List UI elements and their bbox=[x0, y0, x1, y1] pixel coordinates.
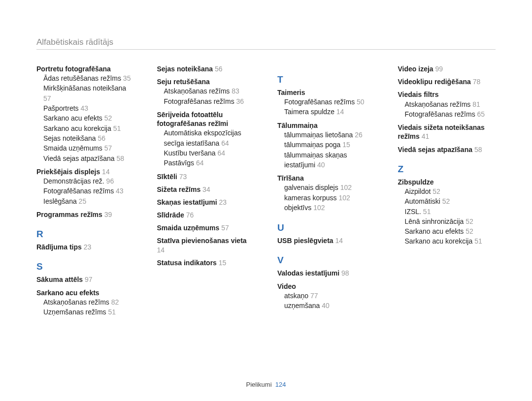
index-subentry[interactable]: Lēnā sinhronizācija 52 bbox=[398, 216, 496, 226]
index-entry-head[interactable]: Tālummaiņa bbox=[277, 121, 375, 130]
index-subentry-page: 65 bbox=[477, 110, 485, 118]
index-entry-title: Viedais sižeta noteikšanas režīms bbox=[398, 123, 485, 140]
index-subentry[interactable]: Sarkano acu efekts 52 bbox=[36, 113, 134, 123]
index-entry-head[interactable]: Viedā sejas atpazīšana 58 bbox=[398, 145, 496, 154]
index-subentry[interactable]: Fotografēšanas režīms 50 bbox=[277, 97, 375, 107]
index-subentry[interactable]: Atskaņošanas režīms 82 bbox=[36, 297, 134, 307]
index-entry-head[interactable]: Slīdrāde 76 bbox=[157, 211, 255, 219]
index-subentry[interactable]: IZSL. 51 bbox=[398, 207, 496, 216]
index-entry-head[interactable]: Tīrīšana bbox=[277, 174, 375, 183]
index-entry-title: Sīktēli bbox=[157, 173, 177, 181]
index-entry-title: Viedā sejas atpazīšana bbox=[398, 146, 473, 154]
index-entry-head[interactable]: Seju retušēšana bbox=[157, 77, 255, 86]
index-subentry[interactable]: Sarkano acu korekcija 51 bbox=[398, 236, 496, 246]
index-entry-title: Videoklipu rediģēšana bbox=[398, 78, 471, 86]
index-entry-page: 56 bbox=[215, 65, 223, 73]
index-subentry-page: 36 bbox=[236, 97, 244, 105]
index-entry-head[interactable]: Viedais sižeta noteikšanas režīms 41 bbox=[398, 123, 496, 141]
index-entry-head[interactable]: Skaņas iestatījumi 23 bbox=[157, 198, 255, 207]
index-subentry[interactable]: Demonstrācijas rež. 96 bbox=[36, 176, 134, 186]
index-subentry[interactable]: galvenais displejs 102 bbox=[277, 183, 375, 192]
index-subentry[interactable]: Mirkšķināšanas noteikšana 57 bbox=[36, 83, 134, 103]
index-subentry-page: 25 bbox=[79, 197, 87, 205]
index-subentry[interactable]: Atskaņošanas režīms 81 bbox=[398, 99, 496, 109]
index-subentry[interactable]: Fotografēšanas režīms 65 bbox=[398, 109, 496, 119]
index-entry-head[interactable]: Rādījuma tips 23 bbox=[36, 243, 134, 251]
index-subentry[interactable]: Fotografēšanas režīms 36 bbox=[157, 96, 255, 106]
index-subentry-title: atskaņo bbox=[284, 292, 308, 300]
index-entry-head[interactable]: Valodas iestatījumi 98 bbox=[277, 269, 375, 278]
index-entry: Videoatskaņo 77uzņemšana 40 bbox=[277, 282, 375, 311]
index-entry-title: Sejas noteikšana bbox=[157, 65, 213, 73]
index-entry: Viedais filtrsAtskaņošanas režīms 81Foto… bbox=[398, 90, 496, 119]
index-subentry[interactable]: Viedā sejas atpazīšana 58 bbox=[36, 154, 134, 163]
index-entry-head[interactable]: Smaida uzņēmums 57 bbox=[157, 223, 255, 232]
index-entry-head[interactable]: Sākuma attēls 97 bbox=[36, 275, 134, 284]
index-entry-head[interactable]: Priekšējais displejs 14 bbox=[36, 167, 134, 176]
index-subentry-title: Ieslēgšana bbox=[43, 197, 77, 205]
index-entry-head[interactable]: Videoklipu rediģēšana 78 bbox=[398, 77, 496, 86]
index-entry-head[interactable]: Statīva pievienošanas vieta 14 bbox=[157, 236, 255, 254]
index-subentry[interactable]: Automātiski 52 bbox=[398, 196, 496, 206]
index-entry: Slīdrāde 76 bbox=[157, 211, 255, 219]
index-subentry[interactable]: Uzņemšanas režīms 51 bbox=[36, 307, 134, 317]
index-subentry[interactable]: objektīvs 102 bbox=[277, 203, 375, 213]
section-letter: T bbox=[277, 74, 375, 85]
index-entry-head[interactable]: Video izeja 99 bbox=[398, 64, 496, 73]
index-subentry[interactable]: Pašportrets 43 bbox=[36, 103, 134, 113]
index-subentry[interactable]: Aizpildot 52 bbox=[398, 186, 496, 196]
index-subentry[interactable]: Automātiska ekspozīcijas secīga iestatīš… bbox=[157, 128, 255, 148]
index-entry-head[interactable]: USB pieslēgvieta 14 bbox=[277, 236, 375, 245]
index-subentry[interactable]: tālummaiņas skaņas iestatījumi 40 bbox=[277, 150, 375, 170]
index-entry-head[interactable]: Statusa indikators 15 bbox=[157, 258, 255, 267]
index-subentry-title: Fotografēšanas režīms bbox=[405, 110, 475, 118]
index-entry-head[interactable]: Viedais filtrs bbox=[398, 90, 496, 99]
index-entry-head[interactable]: Portretu fotografēšana bbox=[36, 64, 134, 73]
index-entry-head[interactable]: Sarkano acu efekts bbox=[36, 288, 134, 297]
index-subentry[interactable]: tālummaiņas lietošana 26 bbox=[277, 130, 375, 140]
index-entry-head[interactable]: Taimeris bbox=[277, 88, 375, 97]
index-entry: Tīrīšanagalvenais displejs 102kameras ko… bbox=[277, 174, 375, 213]
index-entry-page: 14 bbox=[157, 246, 165, 254]
index-subentry-page: 51 bbox=[108, 308, 116, 316]
index-entry-head[interactable]: Video bbox=[277, 282, 375, 291]
index-column: Sejas noteikšana 56Seju retušēšanaAtskaņ… bbox=[157, 64, 255, 321]
index-subentry-title: Atskaņošanas režīms bbox=[43, 298, 109, 306]
index-subentry-page: 51 bbox=[423, 208, 431, 216]
index-subentry-title: Taimera spuldze bbox=[284, 108, 334, 116]
index-subentry[interactable]: Pastāvīgs 64 bbox=[157, 158, 255, 168]
index-subentry[interactable]: Sejas noteikšana 56 bbox=[36, 133, 134, 143]
index-subentry-title: Fotografēšanas režīms bbox=[43, 187, 114, 195]
index-subentry[interactable]: atskaņo 77 bbox=[277, 291, 375, 301]
index-subentry-page: 57 bbox=[104, 144, 112, 152]
index-entry-head[interactable]: Sīktēli 73 bbox=[157, 172, 255, 181]
index-entry-head[interactable]: Sejas noteikšana 56 bbox=[157, 64, 255, 73]
index-subentry[interactable]: Ieslēgšana 25 bbox=[36, 196, 134, 206]
index-subentry-page: 57 bbox=[43, 94, 51, 102]
index-entry: Tālummaiņatālummaiņas lietošana 26tālumm… bbox=[277, 121, 375, 170]
index-subentry[interactable]: Kustību tveršana 64 bbox=[157, 148, 255, 158]
index-subentry[interactable]: uzņemšana 40 bbox=[277, 301, 375, 310]
index-subentry[interactable]: kameras korpuss 102 bbox=[277, 193, 375, 203]
index-entry-head[interactable]: Programmas režīms 39 bbox=[36, 210, 134, 219]
index-entry-title: Programmas režīms bbox=[36, 211, 102, 218]
index-subentry-page: 51 bbox=[113, 124, 121, 132]
index-subentry[interactable]: tālummaiņas poga 15 bbox=[277, 140, 375, 150]
index-subentry[interactable]: Ādas retušēšanas režīms 35 bbox=[36, 73, 134, 83]
index-subentry[interactable]: Sarkano acu efekts 52 bbox=[398, 226, 496, 236]
index-entry-title: Taimeris bbox=[277, 89, 305, 96]
index-subentry[interactable]: Smaida uzņēmums 57 bbox=[36, 143, 134, 153]
index-subentry[interactable]: Taimera spuldze 14 bbox=[277, 107, 375, 117]
index-subentry[interactable]: Atskaņošanas režīms 83 bbox=[157, 86, 255, 96]
index-subentry-title: tālummaiņas skaņas iestatījumi bbox=[284, 151, 347, 169]
index-entry-head[interactable]: Sižeta režīms 34 bbox=[157, 185, 255, 194]
index-entry-title: Valodas iestatījumi bbox=[277, 269, 339, 277]
index-subentry-page: 40 bbox=[317, 161, 325, 169]
index-subentry-page: 51 bbox=[474, 237, 482, 245]
index-entry-head[interactable]: Zibspuldze bbox=[398, 178, 496, 186]
index-subentry[interactable]: Sarkano acu korekcija 51 bbox=[36, 123, 134, 133]
index-entry-title: Statusa indikators bbox=[157, 259, 217, 267]
index-entry-page: 39 bbox=[104, 211, 112, 218]
index-subentry[interactable]: Fotografēšanas režīms 43 bbox=[36, 186, 134, 196]
index-entry-head[interactable]: Sērijveida fotoattēlu fotografēšanas rež… bbox=[157, 110, 255, 128]
